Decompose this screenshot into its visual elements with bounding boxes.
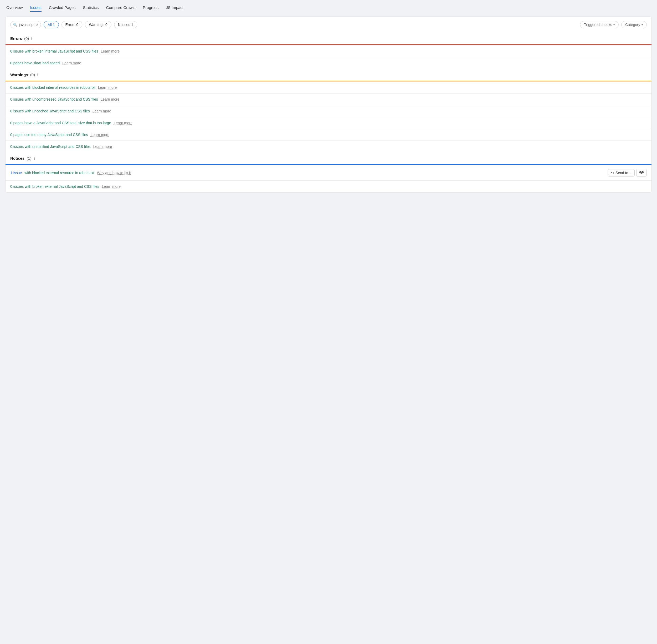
error-row-2-text[interactable]: 0 pages have slow load speed — [10, 61, 60, 65]
warning-row-3: 0 issues with uncached JavaScript and CS… — [5, 105, 652, 117]
warning-row-1-learn-more[interactable]: Learn more — [98, 85, 117, 90]
warning-row-4: 0 pages have a JavaScript and CSS total … — [5, 117, 652, 129]
filter-warnings-button[interactable]: Warnings 0 — [85, 21, 111, 28]
warning-row-4-text[interactable]: 0 pages have a JavaScript and CSS total … — [10, 121, 111, 125]
filter-notices-button[interactable]: Notices 1 — [114, 21, 137, 28]
warning-row-3-learn-more[interactable]: Learn more — [92, 109, 111, 113]
nav-progress[interactable]: Progress — [143, 5, 158, 12]
warning-row-5-text[interactable]: 0 pages use too many JavaScript and CSS … — [10, 133, 88, 137]
notices-title: Notices — [10, 156, 24, 160]
triggered-checks-label: Triggered checks — [584, 23, 612, 27]
main-card: 🔍 javascript × All 1 Errors 0 Warnings 0… — [5, 17, 652, 192]
errors-section-header: Errors (0) ℹ — [5, 32, 652, 44]
error-row-2: 0 pages have slow load speed Learn more — [5, 57, 652, 69]
nav-issues[interactable]: Issues — [30, 5, 42, 12]
error-row-1-learn-more[interactable]: Learn more — [101, 49, 120, 53]
eye-icon — [639, 170, 644, 175]
chevron-down-icon: ▾ — [613, 23, 615, 26]
warning-row-3-text[interactable]: 0 issues with uncached JavaScript and CS… — [10, 109, 90, 113]
warning-row-1: 0 issues with blocked internal resources… — [5, 82, 652, 93]
nav-overview[interactable]: Overview — [6, 5, 23, 12]
nav-statistics[interactable]: Statistics — [83, 5, 99, 12]
notice-row-2-learn-more[interactable]: Learn more — [102, 184, 121, 189]
main-nav: Overview Issues Crawled Pages Statistics… — [5, 5, 652, 12]
send-to-button[interactable]: ↪ Send to... — [608, 169, 635, 177]
errors-info-icon[interactable]: ℹ — [31, 37, 32, 41]
category-dropdown[interactable]: Category ▾ — [621, 21, 647, 28]
nav-crawled-pages[interactable]: Crawled Pages — [49, 5, 76, 12]
warning-row-2-learn-more[interactable]: Learn more — [101, 97, 119, 101]
notices-count: (1) — [26, 156, 31, 160]
send-icon: ↪ — [611, 171, 614, 175]
warning-row-2-text[interactable]: 0 issues with uncompressed JavaScript an… — [10, 97, 98, 101]
notice-row-2-text[interactable]: 0 issues with broken external JavaScript… — [10, 184, 99, 189]
triggered-checks-dropdown[interactable]: Triggered checks ▾ — [580, 21, 619, 28]
warnings-info-icon[interactable]: ℹ — [37, 73, 38, 77]
notice-row-2: 0 issues with broken external JavaScript… — [5, 180, 652, 192]
nav-js-impact[interactable]: JS Impact — [166, 5, 183, 12]
filter-all-button[interactable]: All 1 — [44, 21, 59, 28]
notice-row-1-text: with blocked external resource in robots… — [24, 171, 94, 175]
warnings-title: Warnings — [10, 72, 28, 77]
search-box: 🔍 javascript × — [10, 21, 41, 28]
notices-section-header: Notices (1) ℹ — [5, 152, 652, 164]
warnings-count: (0) — [30, 72, 35, 77]
error-row-1-text[interactable]: 0 issues with broken internal JavaScript… — [10, 49, 98, 53]
errors-count: (0) — [24, 36, 29, 41]
warnings-section-header: Warnings (0) ℹ — [5, 69, 652, 80]
filter-errors-button[interactable]: Errors 0 — [62, 21, 83, 28]
warning-row-6-text[interactable]: 0 issues with unminified JavaScript and … — [10, 144, 91, 149]
warning-row-4-learn-more[interactable]: Learn more — [114, 121, 133, 125]
warning-row-5: 0 pages use too many JavaScript and CSS … — [5, 129, 652, 140]
category-label: Category — [625, 23, 640, 27]
search-clear-button[interactable]: × — [36, 23, 38, 27]
eye-button[interactable] — [636, 169, 647, 177]
notice-row-1: 1 issue with blocked external resource i… — [5, 165, 652, 180]
nav-compare-crawls[interactable]: Compare Crawls — [106, 5, 136, 12]
send-to-label: Send to... — [615, 171, 631, 175]
errors-title: Errors — [10, 36, 22, 41]
warning-row-5-learn-more[interactable]: Learn more — [91, 133, 110, 137]
notices-info-icon[interactable]: ℹ — [34, 156, 35, 160]
error-row-1: 0 issues with broken internal JavaScript… — [5, 45, 652, 57]
warning-row-2: 0 issues with uncompressed JavaScript an… — [5, 93, 652, 105]
warning-row-1-text[interactable]: 0 issues with blocked internal resources… — [10, 85, 95, 90]
warning-row-6: 0 issues with unminified JavaScript and … — [5, 140, 652, 152]
chevron-down-icon: ▾ — [641, 23, 643, 26]
search-icon: 🔍 — [13, 23, 17, 27]
search-value: javascript — [19, 23, 35, 27]
notice-row-1-why-fix[interactable]: Why and how to fix it — [97, 171, 131, 175]
warning-row-6-learn-more[interactable]: Learn more — [93, 144, 112, 149]
error-row-2-learn-more[interactable]: Learn more — [62, 61, 81, 65]
filter-bar: 🔍 javascript × All 1 Errors 0 Warnings 0… — [5, 17, 652, 32]
notice-row-1-prefix[interactable]: 1 issue — [10, 171, 22, 175]
notice-row-1-actions: ↪ Send to... — [608, 169, 647, 177]
